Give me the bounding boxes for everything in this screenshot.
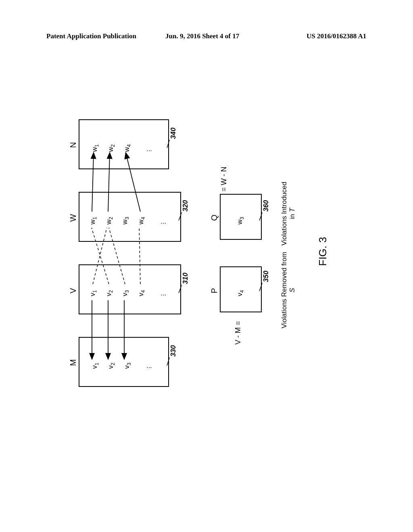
- svg-line-5: [126, 153, 140, 212]
- svg-line-7: [92, 228, 109, 284]
- header-center: Jun. 9, 2016 Sheet 4 of 17: [165, 32, 239, 40]
- figure-3-diagram: M v1 v2 v3 ... 330 V v1 v2 v3 v4 ... 310…: [60, 105, 343, 387]
- svg-line-9: [139, 228, 140, 284]
- connectors: [60, 105, 343, 387]
- svg-line-3: [92, 153, 94, 212]
- svg-line-6: [93, 228, 107, 284]
- header-left: Patent Application Publication: [46, 32, 136, 40]
- svg-line-4: [108, 153, 110, 212]
- svg-line-8: [109, 228, 125, 284]
- header-right: US 2016/0162388 A1: [307, 32, 366, 40]
